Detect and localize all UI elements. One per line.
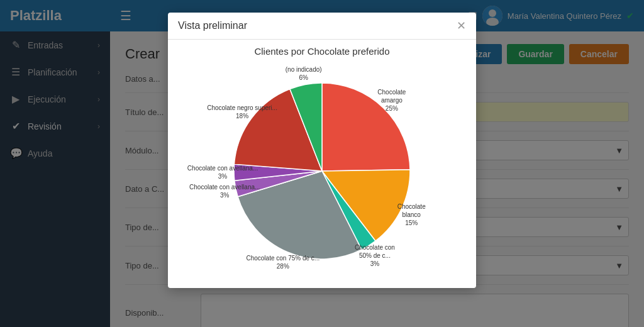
modal-dialog: Vista preliminar ✕ Clientes por Chocolat…: [168, 13, 476, 288]
modal-overlay[interactable]: Vista preliminar ✕ Clientes por Chocolat…: [0, 0, 644, 327]
pie-segment-chocolate-amargo: [322, 83, 410, 171]
close-icon[interactable]: ✕: [457, 20, 466, 31]
modal-body: Clientes por Chocolate preferido Chocola…: [168, 40, 476, 288]
modal-header: Vista preliminar ✕: [168, 13, 476, 40]
modal-title: Vista preliminar: [178, 20, 247, 31]
chart-title: Clientes por Chocolate preferido: [254, 46, 389, 57]
pie-chart: Chocolate amargo 25%Chocolate blanco 15%…: [215, 64, 429, 278]
